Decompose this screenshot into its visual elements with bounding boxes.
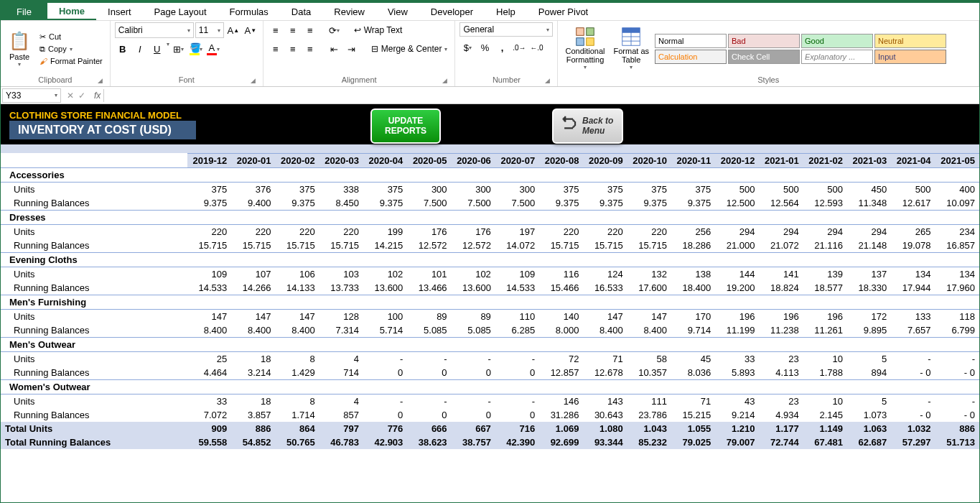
cell[interactable]: 17.960 xyxy=(935,281,979,295)
cell[interactable]: 9.375 xyxy=(276,196,319,211)
cell[interactable]: 9.375 xyxy=(187,196,231,211)
increase-font-button[interactable]: A▲ xyxy=(225,22,241,38)
cell[interactable]: - xyxy=(495,394,539,408)
cell[interactable]: 45 xyxy=(671,351,715,366)
menu-review[interactable]: Review xyxy=(322,3,376,20)
cell[interactable]: 10.357 xyxy=(627,366,671,380)
orientation-button[interactable]: ⟳▾ xyxy=(327,22,342,38)
worksheet-area[interactable]: CLOTHING STORE FINANCIAL MODEL INVENTORY… xyxy=(1,104,979,502)
cell[interactable]: 141 xyxy=(759,267,803,281)
cell[interactable]: 294 xyxy=(803,224,847,239)
cell[interactable]: 13.466 xyxy=(407,281,451,295)
cell[interactable]: 18.577 xyxy=(803,281,847,295)
cell[interactable]: 450 xyxy=(847,182,891,196)
cell[interactable]: 15.715 xyxy=(231,239,275,253)
accounting-format-button[interactable]: $▾ xyxy=(459,40,475,55)
cell[interactable]: 109 xyxy=(187,267,231,281)
cell[interactable]: 72 xyxy=(539,351,583,366)
cell[interactable]: 18.330 xyxy=(847,281,891,295)
cell[interactable]: 10 xyxy=(803,394,847,408)
style-good[interactable]: Good xyxy=(801,34,873,48)
cell[interactable]: 10 xyxy=(803,351,847,366)
cell[interactable]: 144 xyxy=(715,267,759,281)
cell[interactable]: 894 xyxy=(847,366,891,380)
cell[interactable]: 375 xyxy=(627,182,671,196)
cell[interactable]: - xyxy=(891,351,935,366)
cell[interactable]: 8.400 xyxy=(583,323,627,338)
align-center-button[interactable]: ≡ xyxy=(285,41,301,57)
cell[interactable]: 118 xyxy=(935,309,979,323)
merge-center-button[interactable]: ⊟Merge & Center ▾ xyxy=(368,41,451,57)
cell[interactable]: 18 xyxy=(231,351,275,366)
back-to-menu-button[interactable]: Back to Menu xyxy=(552,109,623,144)
font-color-button[interactable]: A▾ xyxy=(205,41,221,57)
cell[interactable]: 300 xyxy=(407,182,451,196)
cell[interactable]: 220 xyxy=(276,224,319,239)
style-explanatory[interactable]: Explanatory ... xyxy=(801,50,873,64)
cell[interactable]: 33 xyxy=(715,351,759,366)
cell[interactable]: 140 xyxy=(539,309,583,323)
number-format-dropdown[interactable]: General▾ xyxy=(459,22,553,37)
cell[interactable]: 9.375 xyxy=(363,196,407,211)
cell[interactable]: 15.715 xyxy=(627,239,671,253)
wrap-text-button[interactable]: ↩Wrap Text xyxy=(351,22,406,38)
total-cell[interactable]: 38.623 xyxy=(407,435,451,449)
name-box[interactable]: Y33▾ xyxy=(2,88,61,103)
cell[interactable]: 15.715 xyxy=(539,239,583,253)
cell[interactable]: 0 xyxy=(452,408,495,422)
total-cell[interactable]: 864 xyxy=(276,422,319,435)
number-launcher[interactable]: ◢ xyxy=(545,77,550,84)
cell[interactable]: 170 xyxy=(671,309,715,323)
cell[interactable]: 106 xyxy=(276,267,319,281)
cell[interactable]: 13.600 xyxy=(363,281,407,295)
cell[interactable]: 9.375 xyxy=(671,196,715,211)
increase-decimal-button[interactable]: .0→ xyxy=(511,40,527,55)
cell[interactable]: 220 xyxy=(539,224,583,239)
cell[interactable]: 338 xyxy=(319,182,363,196)
cell[interactable]: 18.824 xyxy=(759,281,803,295)
cell[interactable]: 5.085 xyxy=(407,323,451,338)
cell[interactable]: 21.148 xyxy=(847,239,891,253)
cell[interactable]: 0 xyxy=(452,366,495,380)
cell[interactable]: 8.400 xyxy=(187,323,231,338)
total-cell[interactable]: 909 xyxy=(187,422,231,435)
cell[interactable]: 5.714 xyxy=(363,323,407,338)
cell[interactable]: - xyxy=(407,394,451,408)
cell[interactable]: 14.533 xyxy=(495,281,539,295)
total-cell[interactable]: 57.297 xyxy=(891,435,935,449)
cell[interactable]: 71 xyxy=(671,394,715,408)
cell[interactable]: 116 xyxy=(539,267,583,281)
cell[interactable]: 143 xyxy=(583,394,627,408)
cell[interactable]: - xyxy=(452,351,495,366)
cell[interactable]: 500 xyxy=(759,182,803,196)
cell[interactable]: - xyxy=(495,351,539,366)
comma-style-button[interactable]: , xyxy=(494,40,510,55)
total-cell[interactable]: 667 xyxy=(452,422,495,435)
cell[interactable]: - xyxy=(935,394,979,408)
cell[interactable]: 11.238 xyxy=(759,323,803,338)
cell[interactable]: 11.348 xyxy=(847,196,891,211)
cell[interactable]: 4.934 xyxy=(759,408,803,422)
cell[interactable]: 500 xyxy=(715,182,759,196)
conditional-formatting-button[interactable]: Conditional Formatting▾ xyxy=(562,25,607,72)
cell[interactable]: 197 xyxy=(495,224,539,239)
cell[interactable]: 14.215 xyxy=(363,239,407,253)
cell[interactable]: 265 xyxy=(891,224,935,239)
cell[interactable]: 294 xyxy=(759,224,803,239)
cell[interactable]: 100 xyxy=(363,309,407,323)
cell[interactable]: 19.200 xyxy=(715,281,759,295)
cell[interactable]: 300 xyxy=(495,182,539,196)
font-name-dropdown[interactable]: Calibri▾ xyxy=(115,22,194,38)
cell[interactable]: 25 xyxy=(187,351,231,366)
cell[interactable]: - 0 xyxy=(891,366,935,380)
cell[interactable]: 12.572 xyxy=(452,239,495,253)
cell[interactable]: 15.466 xyxy=(539,281,583,295)
cell[interactable]: 9.375 xyxy=(627,196,671,211)
cell[interactable]: 12.593 xyxy=(803,196,847,211)
total-cell[interactable]: 1.210 xyxy=(715,422,759,435)
menu-view[interactable]: View xyxy=(376,3,419,20)
cell[interactable]: 0 xyxy=(363,366,407,380)
cell[interactable]: 7.314 xyxy=(319,323,363,338)
cell[interactable]: 31.286 xyxy=(539,408,583,422)
alignment-launcher[interactable]: ◢ xyxy=(442,77,447,84)
